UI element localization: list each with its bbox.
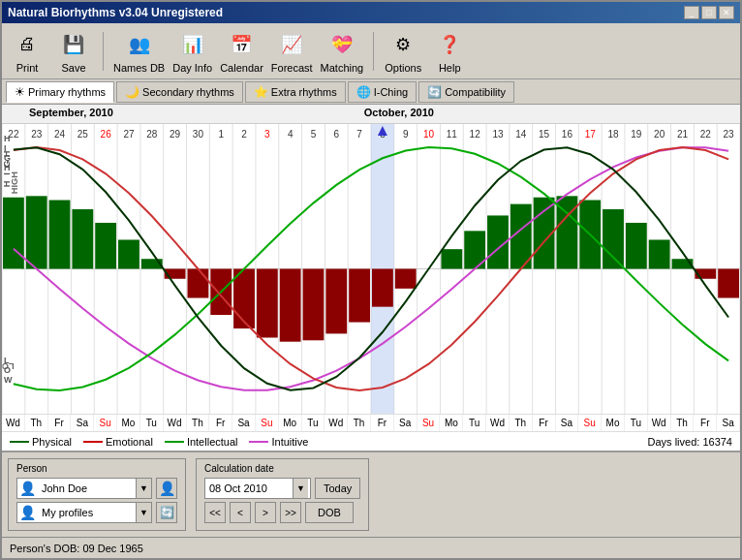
tab-compatibility[interactable]: 🔄 Compatibility	[418, 81, 514, 103]
primary-tab-icon: ☀	[15, 85, 25, 99]
secondary-tab-label: Secondary rhythms	[142, 86, 234, 98]
intellectual-label: Intellectual	[187, 436, 238, 448]
iching-tab-icon: 🌐	[356, 85, 371, 99]
save-label: Save	[61, 62, 85, 74]
person-panel: Person 👤 John Doe ▼ 👤 👤 My profiles ▼ 🔄	[8, 458, 186, 531]
calc-date-input[interactable]: ▼	[204, 478, 311, 499]
status-bar: Person's DOB: 09 Dec 1965	[2, 537, 740, 558]
dob-button[interactable]: DOB	[305, 502, 354, 523]
forecast-label: Forecast	[271, 62, 313, 74]
nav-next-button[interactable]: >	[255, 502, 276, 523]
maximize-button[interactable]: □	[701, 6, 717, 19]
profiles-refresh-button[interactable]: 🔄	[156, 502, 177, 523]
chart-area: September, 2010 October, 2010 Generated …	[2, 105, 740, 451]
window-controls: _ □ ✕	[684, 6, 734, 19]
options-label: Options	[385, 62, 421, 74]
save-button[interactable]: 💾 Save	[54, 29, 93, 74]
calendar-button[interactable]: 📅 Calendar	[220, 29, 263, 74]
calendar-label: Calendar	[220, 62, 263, 74]
calc-nav-row: << < > >> DOB	[204, 502, 360, 523]
profiles-row: 👤 My profiles ▼ 🔄	[16, 502, 177, 523]
day-info-button[interactable]: 📊 Day Info	[172, 29, 212, 74]
legend-emotional: Emotional	[83, 436, 153, 448]
profiles-value: My profiles	[38, 507, 136, 518]
calc-date-field[interactable]	[205, 479, 293, 498]
toolbar-sep-2	[373, 32, 374, 71]
tab-secondary[interactable]: 🌙 Secondary rhythms	[116, 81, 243, 103]
day-info-icon: 📊	[177, 29, 208, 60]
profiles-input[interactable]: 👤 My profiles ▼	[16, 502, 152, 523]
forecast-button[interactable]: 📈 Forecast	[271, 29, 313, 74]
minimize-button[interactable]: _	[684, 6, 699, 19]
legend-physical: Physical	[10, 436, 72, 448]
intellectual-line	[165, 441, 184, 443]
bottom-panel: Person 👤 John Doe ▼ 👤 👤 My profiles ▼ 🔄	[2, 451, 740, 537]
legend-intellectual: Intellectual	[165, 436, 238, 448]
options-button[interactable]: ⚙ Options	[384, 29, 422, 74]
toolbar: 🖨 Print 💾 Save 👥 Names DB 📊 Day Info 📅 C…	[2, 23, 740, 79]
month-headers: September, 2010 October, 2010	[2, 105, 740, 124]
calc-panel-title: Calculation date	[204, 463, 360, 474]
profiles-icon: 👤	[17, 505, 38, 520]
tab-primary[interactable]: ☀ Primary rhythms	[6, 81, 114, 103]
september-label: September, 2010	[21, 105, 121, 120]
person-edit-button[interactable]: 👤	[156, 478, 177, 499]
calendar-icon: 📅	[226, 29, 257, 60]
status-text: Person's DOB: 09 Dec 1965	[10, 543, 143, 554]
print-label: Print	[16, 62, 39, 74]
save-icon: 💾	[58, 29, 89, 60]
compatibility-tab-label: Compatibility	[445, 86, 506, 98]
tab-iching[interactable]: 🌐 I-Ching	[348, 81, 417, 103]
matching-label: Matching	[321, 62, 364, 74]
close-button[interactable]: ✕	[719, 6, 734, 19]
calc-panel: Calculation date ▼ Today << < > >> DOB	[196, 458, 369, 531]
matching-icon: 💝	[326, 29, 357, 60]
today-button[interactable]: Today	[315, 478, 360, 499]
main-window: Natural Biorhythms v3.04 Unregistered _ …	[0, 0, 742, 560]
intuitive-label: Intuitive	[271, 436, 308, 448]
physical-line	[10, 441, 29, 443]
day-row: WdThFrSaSuMoTuWdThFrSaSuMoTuWdThFrSaSuMo…	[2, 414, 740, 431]
iching-tab-label: I-Ching	[374, 86, 408, 98]
person-panel-title: Person	[16, 463, 177, 474]
title-bar: Natural Biorhythms v3.04 Unregistered _ …	[2, 2, 740, 23]
legend-intuitive: Intuitive	[249, 436, 308, 448]
calc-date-row: ▼ Today	[204, 478, 360, 499]
person-dropdown-arrow[interactable]: ▼	[136, 479, 151, 498]
person-name-value: John Doe	[38, 482, 136, 494]
nav-first-button[interactable]: <<	[204, 502, 226, 523]
person-name-input[interactable]: 👤 John Doe ▼	[16, 478, 152, 499]
intuitive-line	[249, 441, 268, 443]
matching-button[interactable]: 💝 Matching	[321, 29, 364, 74]
help-button[interactable]: ❓ Help	[430, 29, 469, 74]
forecast-icon: 📈	[276, 29, 307, 60]
names-db-label: Names DB	[113, 62, 165, 74]
window-title: Natural Biorhythms v3.04 Unregistered	[8, 6, 223, 19]
names-db-button[interactable]: 👥 Names DB	[113, 29, 165, 74]
low-label: LOW	[4, 356, 15, 385]
emotional-label: Emotional	[106, 436, 153, 448]
tab-extra[interactable]: ⭐ Extra rhythms	[245, 81, 346, 103]
legend-items: Physical Emotional Intellectual Intuitiv…	[10, 436, 308, 448]
help-icon: ❓	[434, 29, 465, 60]
day-info-label: Day Info	[172, 62, 212, 74]
biorhythm-canvas	[2, 124, 740, 414]
october-label: October, 2010	[356, 105, 442, 120]
tabs-row: ☀ Primary rhythms 🌙 Secondary rhythms ⭐ …	[2, 79, 740, 105]
extra-tab-label: Extra rhythms	[271, 86, 337, 98]
calc-date-dropdown[interactable]: ▼	[293, 479, 308, 498]
emotional-line	[83, 441, 103, 443]
nav-prev-button[interactable]: <	[230, 502, 251, 523]
print-icon: 🖨	[12, 29, 43, 60]
toolbar-sep-1	[103, 32, 104, 71]
physical-label: Physical	[32, 436, 72, 448]
extra-tab-icon: ⭐	[254, 85, 268, 99]
options-icon: ⚙	[387, 29, 418, 60]
print-button[interactable]: 🖨 Print	[8, 29, 46, 74]
nav-last-button[interactable]: >>	[280, 502, 301, 523]
high-label: HIGH	[4, 134, 13, 172]
profiles-dropdown-arrow[interactable]: ▼	[136, 503, 151, 522]
compatibility-tab-icon: 🔄	[427, 85, 442, 99]
names-db-icon: 👥	[124, 29, 155, 60]
chart-canvas: Generated by JS below H I G H HIGH LOW H…	[2, 124, 740, 414]
